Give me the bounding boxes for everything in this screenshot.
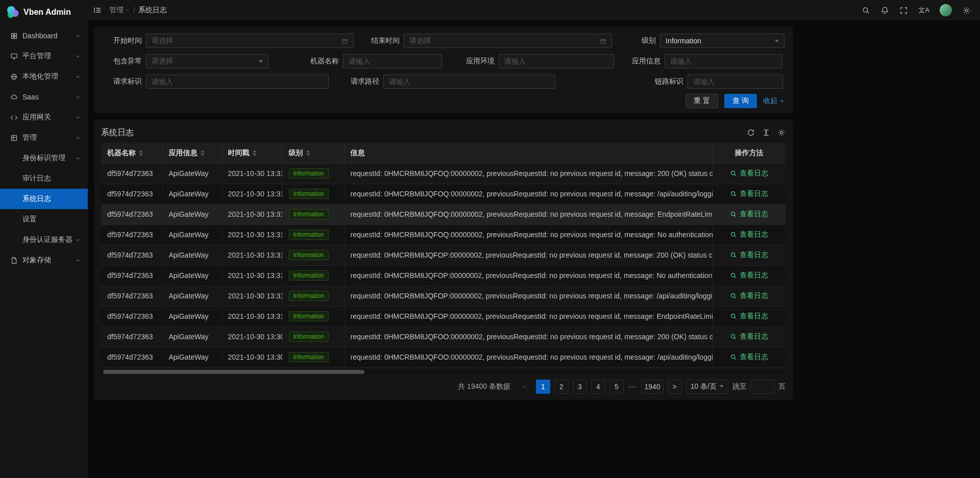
cell-machine: df5974d72363: [101, 245, 162, 265]
chevron-down-icon: [775, 40, 779, 42]
machine-name-input[interactable]: [343, 54, 442, 68]
cell-timestamp: 2021-10-30 13:30:44: [222, 326, 282, 347]
request-path-field: 请求路径: [351, 74, 555, 89]
jump-forward-ellipsis[interactable]: •••: [628, 384, 638, 390]
horizontal-scrollbar[interactable]: [101, 369, 786, 374]
request-id-field: 请求标识: [113, 74, 329, 89]
query-button[interactable]: 查 询: [724, 94, 757, 108]
view-log-link[interactable]: 查看日志: [730, 250, 768, 260]
page-button-5[interactable]: 5: [609, 380, 624, 394]
app-info-input[interactable]: [665, 54, 782, 68]
sidebar-item-gateway[interactable]: 应用网关: [0, 107, 88, 128]
page-button-2[interactable]: 2: [554, 380, 569, 394]
column-settings-gear-icon[interactable]: [777, 129, 786, 137]
chevron-down-icon: [125, 8, 130, 13]
table-row[interactable]: df5974d72363 ApiGateWay 2021-10-30 13:31…: [101, 245, 786, 265]
menu-fold-icon[interactable]: [93, 6, 102, 15]
search-icon[interactable]: [862, 6, 870, 15]
logo[interactable]: Vben Admin: [0, 0, 88, 24]
cell-app: ApiGateWay: [162, 347, 222, 367]
trace-id-input[interactable]: [688, 74, 783, 89]
cell-app: ApiGateWay: [162, 326, 222, 347]
prev-page-button[interactable]: <: [518, 380, 532, 394]
settings-gear-icon[interactable]: [962, 6, 971, 15]
level-select[interactable]: Information: [660, 34, 785, 48]
topbar: 管理 / 系统日志 文A: [88, 0, 980, 20]
notification-icon[interactable]: [880, 6, 889, 15]
cell-actions: 查看日志: [713, 306, 786, 326]
sidebar-item-identity-server[interactable]: 身份认证服务器: [0, 230, 88, 250]
request-path-input[interactable]: [383, 74, 555, 89]
fullscreen-icon[interactable]: [899, 6, 908, 15]
sidebar-item-system-logs[interactable]: 系统日志: [0, 189, 88, 209]
sidebar-item-audit-logs[interactable]: 审计日志: [0, 168, 88, 189]
column-header-actions: 操作方法: [713, 143, 786, 163]
page-button-4[interactable]: 4: [591, 380, 605, 394]
environment-input[interactable]: [499, 54, 614, 68]
view-log-link[interactable]: 查看日志: [730, 189, 768, 198]
cell-message: requestId: 0HMCRBM8JQFOP:00000002, previ…: [344, 286, 713, 306]
has-exception-select[interactable]: 请选择: [146, 54, 268, 68]
view-log-link[interactable]: 查看日志: [730, 210, 768, 219]
view-log-link[interactable]: 查看日志: [730, 332, 768, 341]
collapse-link[interactable]: 收起: [763, 96, 785, 106]
view-log-link[interactable]: 查看日志: [730, 312, 768, 321]
sidebar-item-dashboard[interactable]: Dashboard: [0, 26, 88, 46]
table-row[interactable]: df5974d72363 ApiGateWay 2021-10-30 13:31…: [101, 306, 786, 326]
table-row[interactable]: df5974d72363 ApiGateWay 2021-10-30 13:31…: [101, 204, 786, 224]
refresh-icon[interactable]: [747, 129, 755, 137]
sidebar-item-identity-management[interactable]: 身份标识管理: [0, 148, 88, 168]
table-row[interactable]: df5974d72363 ApiGateWay 2021-10-30 13:31…: [101, 286, 786, 306]
view-log-link[interactable]: 查看日志: [730, 230, 768, 239]
sidebar-item-saas[interactable]: Saas: [0, 87, 88, 107]
jump-page-input[interactable]: [750, 380, 775, 394]
avatar[interactable]: [940, 4, 952, 16]
table-row[interactable]: df5974d72363 ApiGateWay 2021-10-30 13:31…: [101, 163, 786, 184]
cell-app: ApiGateWay: [162, 184, 222, 204]
view-log-link[interactable]: 查看日志: [730, 169, 768, 178]
table-title: 系统日志: [101, 128, 134, 138]
page-button-1[interactable]: 1: [536, 380, 550, 394]
end-time-field: 结束时间 请选择: [371, 34, 612, 48]
column-header-machine[interactable]: 机器名称: [101, 143, 162, 163]
column-header-app[interactable]: 应用信息: [162, 143, 222, 163]
start-time-label: 开始时间: [113, 36, 142, 45]
cell-timestamp: 2021-10-30 13:31:38: [222, 184, 282, 204]
sidebar-item-settings[interactable]: 设置: [0, 209, 88, 230]
table-row[interactable]: df5974d72363 ApiGateWay 2021-10-30 13:31…: [101, 184, 786, 204]
column-header-level[interactable]: 级别: [282, 143, 344, 163]
table-row[interactable]: df5974d72363 ApiGateWay 2021-10-30 13:30…: [101, 326, 786, 347]
column-header-timestamp[interactable]: 时间戳: [222, 143, 282, 163]
filter-row-3: 请求标识 请求路径 链路标识: [102, 74, 785, 89]
table-row[interactable]: df5974d72363 ApiGateWay 2021-10-30 13:31…: [101, 265, 786, 286]
next-page-button[interactable]: >: [668, 380, 682, 394]
has-exception-label: 包含异常: [113, 57, 142, 66]
end-time-picker[interactable]: 请选择: [404, 34, 612, 48]
column-height-icon[interactable]: [762, 129, 770, 137]
level-badge: Information: [289, 230, 329, 240]
cell-message: requestId: 0HMCRBM8JQFOP:00000002, previ…: [344, 306, 713, 326]
sidebar-item-platform[interactable]: 平台管理: [0, 46, 88, 66]
view-log-link[interactable]: 查看日志: [730, 353, 768, 362]
page-button-3[interactable]: 3: [573, 380, 587, 394]
scrollbar-thumb[interactable]: [103, 370, 364, 374]
level-badge: Information: [289, 352, 329, 362]
cell-message: requestId: 0HMCRBM8JQFOQ:00000002, previ…: [344, 204, 713, 224]
sidebar-item-management[interactable]: 管理: [0, 128, 88, 148]
reset-button[interactable]: 重 置: [685, 94, 718, 108]
view-log-link[interactable]: 查看日志: [730, 271, 768, 280]
sidebar-item-object-storage[interactable]: 对象存储: [0, 250, 88, 270]
sidebar-item-localization[interactable]: 本地化管理: [0, 66, 88, 87]
translate-icon[interactable]: 文A: [918, 6, 929, 15]
cell-message: requestId: 0HMCRBM8JQFOQ:00000002, previ…: [344, 184, 713, 204]
page-size-select[interactable]: 10 条/页: [686, 380, 728, 394]
request-id-input[interactable]: [146, 74, 329, 89]
table-row[interactable]: df5974d72363 ApiGateWay 2021-10-30 13:30…: [101, 347, 786, 367]
breadcrumb-parent[interactable]: 管理: [109, 6, 130, 15]
cell-actions: 查看日志: [713, 245, 786, 265]
calendar-icon: [341, 38, 348, 44]
view-log-link[interactable]: 查看日志: [730, 291, 768, 300]
page-button-last[interactable]: 1940: [641, 380, 663, 394]
start-time-picker[interactable]: 请选择: [146, 34, 354, 48]
table-row[interactable]: df5974d72363 ApiGateWay 2021-10-30 13:31…: [101, 224, 786, 245]
